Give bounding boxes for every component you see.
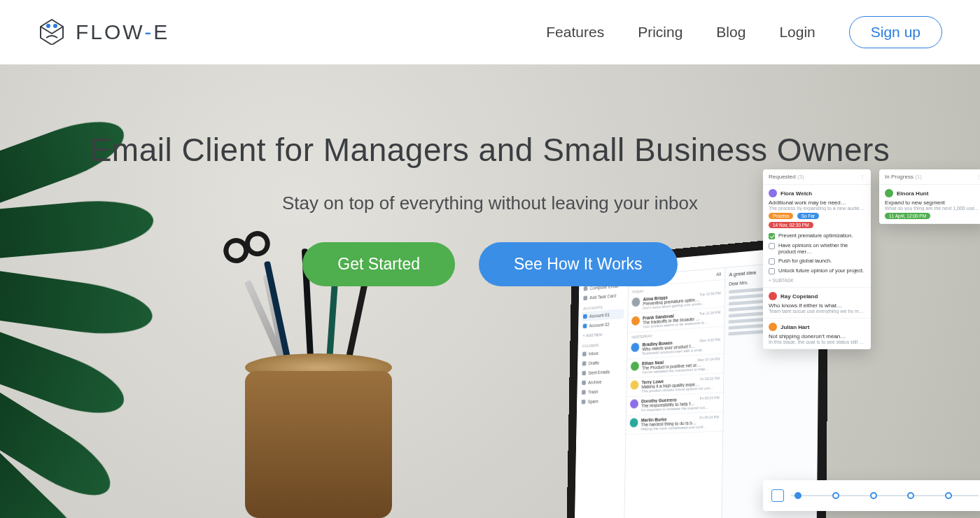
nav-links: Features Pricing Blog Login Sign up <box>546 16 942 48</box>
hero-headline: Email Client for Managers and Small Busi… <box>0 131 980 169</box>
svg-point-0 <box>46 24 50 28</box>
hero-subhead: Stay on top of everything without leavin… <box>0 192 980 214</box>
nav-login[interactable]: Login <box>779 24 815 41</box>
brand-logo-icon <box>38 17 66 48</box>
brand-name: FLOW-E <box>76 20 169 44</box>
svg-point-1 <box>53 24 57 28</box>
top-nav: FLOW-E Features Pricing Blog Login Sign … <box>0 0 980 64</box>
hero-copy: Email Client for Managers and Small Busi… <box>0 131 980 286</box>
hero: Email Client for Managers and Small Busi… <box>0 64 980 518</box>
see-how-it-works-button[interactable]: See How It Works <box>479 242 678 286</box>
nav-blog[interactable]: Blog <box>716 24 746 41</box>
brand[interactable]: FLOW-E <box>38 17 169 48</box>
nav-features[interactable]: Features <box>546 24 604 41</box>
get-started-button[interactable]: Get Started <box>302 242 455 286</box>
nav-pricing[interactable]: Pricing <box>638 24 682 41</box>
signup-button[interactable]: Sign up <box>849 16 942 48</box>
